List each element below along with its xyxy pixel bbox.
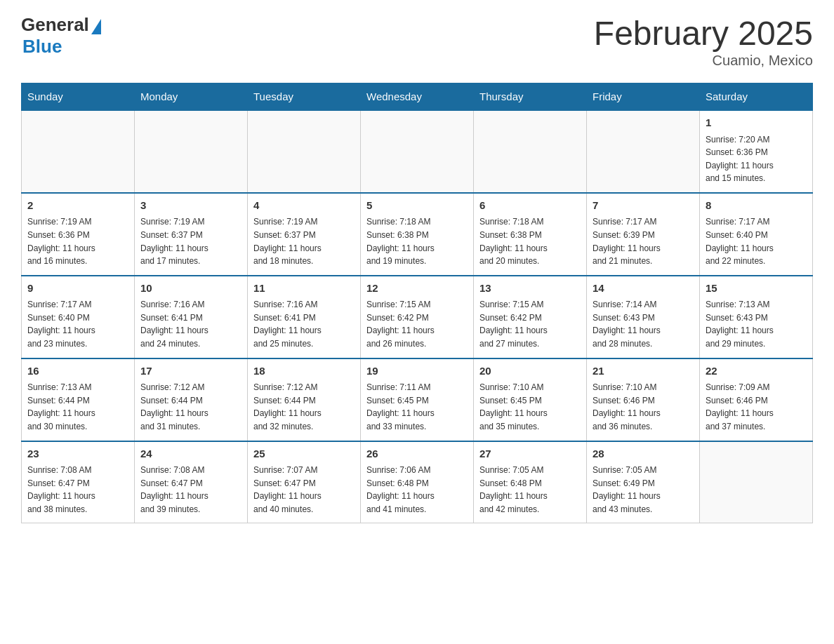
day-info: Sunrise: 7:13 AM Sunset: 6:44 PM Dayligh…: [27, 381, 128, 433]
day-info: Sunrise: 7:14 AM Sunset: 6:43 PM Dayligh…: [593, 298, 694, 350]
day-info: Sunrise: 7:18 AM Sunset: 6:38 PM Dayligh…: [479, 215, 581, 267]
calendar-body: 1Sunrise: 7:20 AM Sunset: 6:36 PM Daylig…: [22, 110, 813, 523]
calendar-day-cell: 20Sunrise: 7:10 AM Sunset: 6:45 PM Dayli…: [474, 358, 587, 441]
day-info: Sunrise: 7:19 AM Sunset: 6:37 PM Dayligh…: [140, 215, 241, 267]
calendar-day-cell: [700, 441, 813, 523]
day-info: Sunrise: 7:11 AM Sunset: 6:45 PM Dayligh…: [366, 381, 468, 433]
calendar-week-row: 9Sunrise: 7:17 AM Sunset: 6:40 PM Daylig…: [22, 276, 813, 358]
calendar-header: SundayMondayTuesdayWednesdayThursdayFrid…: [22, 83, 813, 111]
logo-general-text: General: [21, 14, 89, 36]
day-info: Sunrise: 7:17 AM Sunset: 6:39 PM Dayligh…: [593, 215, 694, 267]
calendar-day-cell: 28Sunrise: 7:05 AM Sunset: 6:49 PM Dayli…: [587, 441, 700, 523]
day-info: Sunrise: 7:05 AM Sunset: 6:49 PM Dayligh…: [593, 464, 694, 516]
day-number: 9: [27, 281, 128, 297]
logo-blue-text: Blue: [22, 36, 101, 58]
calendar-day-cell: [22, 110, 135, 193]
day-number: 2: [27, 198, 128, 214]
day-number: 23: [27, 446, 128, 462]
day-info: Sunrise: 7:19 AM Sunset: 6:36 PM Dayligh…: [27, 215, 128, 267]
calendar-day-cell: [361, 110, 474, 193]
calendar-day-cell: 24Sunrise: 7:08 AM Sunset: 6:47 PM Dayli…: [135, 441, 248, 523]
day-header-row: SundayMondayTuesdayWednesdayThursdayFrid…: [22, 83, 813, 111]
page-header: General Blue February 2025 Cuamio, Mexic…: [21, 14, 813, 69]
day-of-week-header: Monday: [135, 83, 248, 111]
day-number: 24: [140, 446, 241, 462]
month-title: February 2025: [594, 14, 813, 53]
calendar-day-cell: 8Sunrise: 7:17 AM Sunset: 6:40 PM Daylig…: [700, 193, 813, 276]
day-number: 12: [366, 281, 468, 297]
day-number: 8: [706, 198, 807, 214]
day-info: Sunrise: 7:15 AM Sunset: 6:42 PM Dayligh…: [479, 298, 581, 350]
day-info: Sunrise: 7:12 AM Sunset: 6:44 PM Dayligh…: [253, 381, 355, 433]
calendar-day-cell: 21Sunrise: 7:10 AM Sunset: 6:46 PM Dayli…: [587, 358, 700, 441]
calendar-day-cell: 23Sunrise: 7:08 AM Sunset: 6:47 PM Dayli…: [22, 441, 135, 523]
day-number: 13: [479, 281, 581, 297]
calendar-day-cell: 4Sunrise: 7:19 AM Sunset: 6:37 PM Daylig…: [248, 193, 361, 276]
day-info: Sunrise: 7:09 AM Sunset: 6:46 PM Dayligh…: [706, 381, 807, 433]
day-number: 21: [593, 363, 694, 380]
calendar-day-cell: 18Sunrise: 7:12 AM Sunset: 6:44 PM Dayli…: [248, 358, 361, 441]
day-of-week-header: Thursday: [474, 83, 587, 111]
day-of-week-header: Wednesday: [361, 83, 474, 111]
calendar-day-cell: 22Sunrise: 7:09 AM Sunset: 6:46 PM Dayli…: [700, 358, 813, 441]
calendar-day-cell: [248, 110, 361, 193]
calendar-week-row: 2Sunrise: 7:19 AM Sunset: 6:36 PM Daylig…: [22, 193, 813, 276]
day-number: 16: [27, 363, 128, 380]
calendar-day-cell: 1Sunrise: 7:20 AM Sunset: 6:36 PM Daylig…: [700, 110, 813, 193]
day-info: Sunrise: 7:17 AM Sunset: 6:40 PM Dayligh…: [27, 298, 128, 350]
day-number: 5: [366, 198, 468, 214]
day-number: 19: [366, 363, 468, 380]
day-number: 14: [593, 281, 694, 297]
day-info: Sunrise: 7:12 AM Sunset: 6:44 PM Dayligh…: [140, 381, 241, 433]
day-number: 15: [706, 281, 807, 297]
calendar-week-row: 23Sunrise: 7:08 AM Sunset: 6:47 PM Dayli…: [22, 441, 813, 523]
title-section: February 2025 Cuamio, Mexico: [594, 14, 813, 69]
day-number: 25: [253, 446, 355, 462]
calendar-week-row: 1Sunrise: 7:20 AM Sunset: 6:36 PM Daylig…: [22, 110, 813, 193]
calendar-day-cell: 19Sunrise: 7:11 AM Sunset: 6:45 PM Dayli…: [361, 358, 474, 441]
day-info: Sunrise: 7:06 AM Sunset: 6:48 PM Dayligh…: [366, 464, 468, 516]
day-info: Sunrise: 7:19 AM Sunset: 6:37 PM Dayligh…: [253, 215, 355, 267]
calendar-day-cell: 25Sunrise: 7:07 AM Sunset: 6:47 PM Dayli…: [248, 441, 361, 523]
calendar-day-cell: 10Sunrise: 7:16 AM Sunset: 6:41 PM Dayli…: [135, 276, 248, 358]
day-info: Sunrise: 7:16 AM Sunset: 6:41 PM Dayligh…: [253, 298, 355, 350]
calendar-day-cell: 7Sunrise: 7:17 AM Sunset: 6:39 PM Daylig…: [587, 193, 700, 276]
day-info: Sunrise: 7:20 AM Sunset: 6:36 PM Dayligh…: [706, 133, 807, 185]
logo-triangle-icon: [91, 19, 101, 34]
day-info: Sunrise: 7:08 AM Sunset: 6:47 PM Dayligh…: [27, 464, 128, 516]
day-of-week-header: Saturday: [700, 83, 813, 111]
day-number: 28: [593, 446, 694, 462]
calendar-day-cell: [587, 110, 700, 193]
day-info: Sunrise: 7:07 AM Sunset: 6:47 PM Dayligh…: [253, 464, 355, 516]
day-number: 20: [479, 363, 581, 380]
day-number: 10: [140, 281, 241, 297]
location-label: Cuamio, Mexico: [594, 53, 813, 69]
calendar-day-cell: 15Sunrise: 7:13 AM Sunset: 6:43 PM Dayli…: [700, 276, 813, 358]
day-of-week-header: Tuesday: [248, 83, 361, 111]
day-info: Sunrise: 7:10 AM Sunset: 6:46 PM Dayligh…: [593, 381, 694, 433]
day-number: 3: [140, 198, 241, 214]
day-number: 7: [593, 198, 694, 214]
day-of-week-header: Friday: [587, 83, 700, 111]
day-number: 6: [479, 198, 581, 214]
calendar-day-cell: 13Sunrise: 7:15 AM Sunset: 6:42 PM Dayli…: [474, 276, 587, 358]
calendar-day-cell: 3Sunrise: 7:19 AM Sunset: 6:37 PM Daylig…: [135, 193, 248, 276]
day-number: 17: [140, 363, 241, 380]
calendar-day-cell: 27Sunrise: 7:05 AM Sunset: 6:48 PM Dayli…: [474, 441, 587, 523]
day-number: 26: [366, 446, 468, 462]
calendar-day-cell: 9Sunrise: 7:17 AM Sunset: 6:40 PM Daylig…: [22, 276, 135, 358]
calendar-day-cell: 14Sunrise: 7:14 AM Sunset: 6:43 PM Dayli…: [587, 276, 700, 358]
calendar-day-cell: [474, 110, 587, 193]
calendar-day-cell: [135, 110, 248, 193]
day-info: Sunrise: 7:10 AM Sunset: 6:45 PM Dayligh…: [479, 381, 581, 433]
calendar-table: SundayMondayTuesdayWednesdayThursdayFrid…: [21, 83, 813, 523]
day-of-week-header: Sunday: [22, 83, 135, 111]
logo: General Blue: [21, 14, 101, 58]
day-info: Sunrise: 7:08 AM Sunset: 6:47 PM Dayligh…: [140, 464, 241, 516]
calendar-day-cell: 6Sunrise: 7:18 AM Sunset: 6:38 PM Daylig…: [474, 193, 587, 276]
day-number: 27: [479, 446, 581, 462]
day-info: Sunrise: 7:16 AM Sunset: 6:41 PM Dayligh…: [140, 298, 241, 350]
calendar-day-cell: 26Sunrise: 7:06 AM Sunset: 6:48 PM Dayli…: [361, 441, 474, 523]
day-number: 4: [253, 198, 355, 214]
day-info: Sunrise: 7:17 AM Sunset: 6:40 PM Dayligh…: [706, 215, 807, 267]
